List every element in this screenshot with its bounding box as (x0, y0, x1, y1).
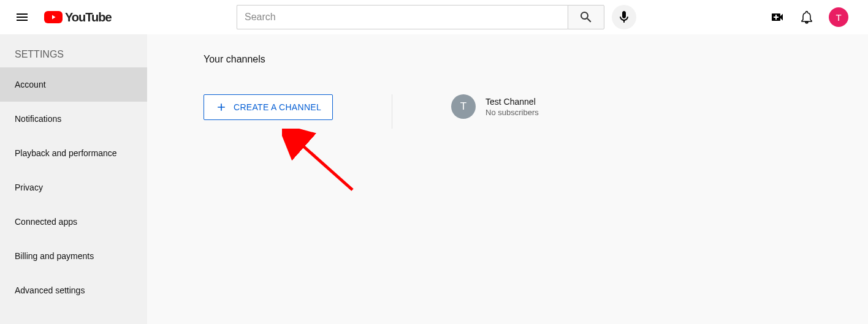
sidebar-item-label: Notifications (15, 114, 61, 124)
header-right: T (765, 5, 858, 29)
sidebar-item-label: Advanced settings (15, 285, 85, 295)
sidebar-item-label: Privacy (15, 183, 43, 192)
header-center (237, 5, 636, 29)
hamburger-icon (15, 10, 29, 24)
create-channel-button[interactable]: CREATE A CHANNEL (204, 94, 333, 120)
search-icon (579, 10, 593, 24)
channels-row: CREATE A CHANNEL T Test Channel No subsc… (204, 94, 812, 129)
search-box (237, 5, 604, 29)
notifications-button[interactable] (794, 5, 819, 29)
header: YouTube T (0, 0, 868, 34)
channel-card[interactable]: T Test Channel No subscribers (451, 94, 539, 119)
sidebar-item-billing[interactable]: Billing and payments (0, 239, 147, 273)
search-button[interactable] (568, 5, 604, 29)
voice-search-button[interactable] (612, 5, 636, 29)
main-content: Your channels CREATE A CHANNEL T Test Ch… (147, 34, 868, 324)
channel-name: Test Channel (485, 97, 539, 107)
page-title: Your channels (204, 54, 812, 65)
sidebar-item-account[interactable]: Account (0, 67, 147, 102)
youtube-play-icon (44, 11, 63, 23)
sidebar-title: SETTINGS (0, 42, 147, 67)
settings-sidebar: SETTINGS Account Notifications Playback … (0, 34, 147, 324)
create-video-icon (770, 10, 785, 24)
sidebar-item-label: Billing and payments (15, 251, 94, 261)
microphone-icon (617, 10, 631, 24)
sidebar-item-connected-apps[interactable]: Connected apps (0, 205, 147, 239)
sidebar-item-advanced[interactable]: Advanced settings (0, 273, 147, 307)
create-button-label: CREATE A CHANNEL (234, 102, 321, 112)
sidebar-item-label: Playback and performance (15, 148, 117, 158)
header-left: YouTube (10, 5, 157, 29)
sidebar-item-label: Account (15, 80, 46, 89)
channel-subscribers: No subscribers (485, 108, 539, 117)
sidebar-item-label: Connected apps (15, 217, 77, 227)
create-video-button[interactable] (765, 5, 790, 29)
plus-icon (215, 101, 227, 113)
youtube-logo[interactable]: YouTube (44, 10, 112, 24)
sidebar-item-playback[interactable]: Playback and performance (0, 136, 147, 170)
sidebar-item-notifications[interactable]: Notifications (0, 102, 147, 136)
bell-icon (799, 10, 814, 24)
channel-info: Test Channel No subscribers (485, 97, 539, 117)
youtube-logo-text: YouTube (65, 10, 112, 24)
content-area: SETTINGS Account Notifications Playback … (0, 34, 868, 324)
user-avatar[interactable]: T (829, 7, 848, 27)
sidebar-item-privacy[interactable]: Privacy (0, 170, 147, 205)
channel-avatar: T (451, 94, 476, 119)
search-input[interactable] (237, 5, 568, 29)
menu-button[interactable] (10, 5, 34, 29)
vertical-divider (392, 94, 392, 129)
